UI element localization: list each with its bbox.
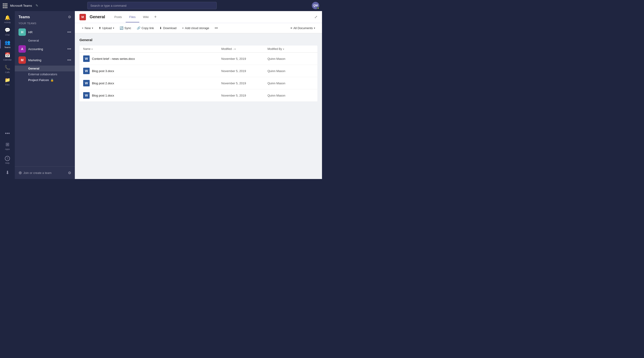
upload-button[interactable]: ⬆ Upload ▾ [96, 25, 116, 31]
download-button[interactable]: ⬇ Download [157, 25, 179, 31]
app-grid-icon[interactable] [3, 3, 8, 8]
sidebar-item-apps[interactable]: ⊞ Apps [0, 140, 15, 152]
channel-header: M General Posts Files Wiki + ⤢ [75, 11, 322, 23]
file-date: November 5, 2019 [221, 69, 268, 73]
copy-link-button[interactable]: 🔗 Copy link [134, 25, 156, 31]
channel-item-project-falcon[interactable]: Project Falcon 🔒 [15, 77, 75, 83]
sidebar-item-teams[interactable]: 👥 Teams [0, 38, 15, 50]
new-button[interactable]: + New ▾ [80, 25, 96, 31]
channel-item-hr-general[interactable]: General [15, 38, 75, 44]
left-nav: 🔔 Activity 💬 Chat 👥 Teams 📅 Calendar 📞 C… [0, 11, 15, 179]
new-chevron: ▾ [92, 27, 93, 29]
copy-link-label: Copy link [142, 26, 154, 30]
team-more-accounting[interactable]: ••• [67, 47, 71, 51]
channel-item-external[interactable]: External collaborators [15, 71, 75, 77]
file-name: Blog post 2.docx [92, 82, 114, 85]
add-cloud-button[interactable]: + Add cloud storage [180, 25, 211, 31]
calendar-icon: 📅 [4, 52, 10, 58]
team-name-hr: HR [28, 30, 65, 34]
sidebar-item-files[interactable]: 📁 Files [0, 75, 15, 88]
download-toolbar-icon: ⬇ [160, 26, 162, 30]
join-create-label: Join or create a team [23, 171, 52, 174]
all-docs-label: All Documents [293, 26, 313, 30]
file-author: Quinn Mason [268, 69, 314, 73]
col-name-header[interactable]: Name ▾ [83, 47, 221, 50]
sync-button[interactable]: 🔄 Sync [117, 25, 134, 31]
col-modified-by-header[interactable]: Modified By ▾ [268, 47, 314, 50]
team-item-marketing[interactable]: M Marketing ••• [15, 54, 75, 66]
calendar-label: Calendar [3, 59, 12, 61]
file-date: November 5, 2019 [221, 94, 268, 97]
more-toolbar-button[interactable]: ••• [212, 25, 220, 31]
sidebar-item-help[interactable]: ? Help [0, 154, 15, 166]
chat-icon: 💬 [4, 27, 10, 33]
files-table: Name ▾ Modified ↓ ▾ Modified By ▾ [80, 46, 318, 102]
main-layout: 🔔 Activity 💬 Chat 👥 Teams 📅 Calendar 📞 C… [0, 11, 322, 179]
sidebar-title: Teams [18, 15, 30, 19]
upload-label: Upload [102, 26, 112, 30]
file-name-cell: W Content brief - news series.docx [83, 56, 221, 62]
filter-icon[interactable]: ⚙ [68, 15, 71, 19]
expand-icon[interactable]: ⤢ [314, 15, 318, 19]
more-toolbar-icon: ••• [214, 26, 218, 30]
avatar[interactable]: QM [312, 2, 319, 9]
all-docs-chevron: ▾ [314, 27, 315, 29]
team-more-marketing[interactable]: ••• [67, 58, 71, 62]
all-documents-button[interactable]: ≡ All Documents ▾ [288, 25, 318, 31]
team-item-hr[interactable]: H HR ••• [15, 26, 75, 38]
channel-name: General [90, 14, 105, 20]
team-more-hr[interactable]: ••• [67, 30, 71, 34]
file-date: November 5, 2019 [221, 57, 268, 60]
link-icon: 🔗 [137, 26, 140, 30]
app-menu-icon[interactable] [3, 3, 8, 8]
app-title: Microsoft Teams [10, 4, 32, 8]
add-tab-button[interactable]: + [152, 14, 159, 20]
teams-icon: 👥 [4, 40, 10, 45]
upload-chevron: ▾ [113, 27, 114, 29]
team-item-accounting[interactable]: A Accounting ••• [15, 44, 75, 54]
search-placeholder: Search or type a command [90, 4, 126, 8]
tab-posts[interactable]: Posts [111, 12, 126, 22]
chat-label: Chat [5, 34, 10, 36]
sidebar-item-more[interactable]: ••• [0, 129, 15, 138]
tab-files[interactable]: Files [126, 12, 139, 22]
file-row[interactable]: W Blog post 1.docx November 5, 2019 Quin… [80, 90, 318, 102]
col-modified-header[interactable]: Modified ↓ ▾ [221, 47, 268, 50]
apps-icon: ⊞ [6, 142, 10, 147]
your-teams-label: Your teams [15, 21, 75, 26]
file-name: Blog post 3.docx [92, 69, 114, 73]
files-label: Files [5, 84, 10, 86]
files-toolbar: + New ▾ ⬆ Upload ▾ 🔄 Sync 🔗 Copy link ⬇ … [75, 23, 322, 33]
sidebar-item-calendar[interactable]: 📅 Calendar [0, 50, 15, 63]
sidebar-item-download[interactable]: ⬇ [0, 168, 15, 177]
channel-item-marketing-general[interactable]: General [15, 66, 75, 71]
file-name-cell: W Blog post 3.docx [83, 68, 221, 74]
files-table-header: Name ▾ Modified ↓ ▾ Modified By ▾ [80, 46, 318, 53]
teams-label: Teams [4, 46, 11, 48]
word-icon: W [83, 56, 90, 62]
sidebar-item-activity[interactable]: 🔔 Activity [0, 13, 15, 26]
tab-wiki[interactable]: Wiki [139, 12, 152, 22]
settings-icon[interactable]: ⚙ [68, 171, 71, 175]
cloud-icon: + [182, 26, 184, 30]
file-row[interactable]: W Blog post 2.docx November 5, 2019 Quin… [80, 77, 318, 90]
sort-modified-by-icon: ▾ [283, 48, 284, 50]
search-bar[interactable]: Search or type a command [87, 2, 217, 9]
activity-icon: 🔔 [4, 15, 10, 20]
sidebar-item-calls[interactable]: 📞 Calls [0, 63, 15, 75]
apps-label: Apps [5, 148, 10, 150]
sidebar-header: Teams ⚙ [15, 11, 75, 21]
sidebar-item-chat[interactable]: 💬 Chat [0, 26, 15, 38]
join-create-button[interactable]: ⊕ Join or create a team [18, 170, 52, 175]
file-row[interactable]: W Blog post 3.docx November 5, 2019 Quin… [80, 65, 318, 77]
file-row[interactable]: W Content brief - news series.docx Novem… [80, 53, 318, 65]
file-name: Blog post 1.docx [92, 94, 114, 97]
calls-label: Calls [5, 71, 10, 74]
col-modified-by-label: Modified By [268, 47, 282, 50]
new-label: New [85, 26, 91, 30]
edit-icon[interactable]: ✎ [36, 4, 38, 8]
file-author: Quinn Mason [268, 94, 314, 97]
avatar-status [317, 7, 319, 9]
file-name: Content brief - news series.docx [92, 57, 135, 60]
toolbar-right: ≡ All Documents ▾ [288, 25, 318, 31]
